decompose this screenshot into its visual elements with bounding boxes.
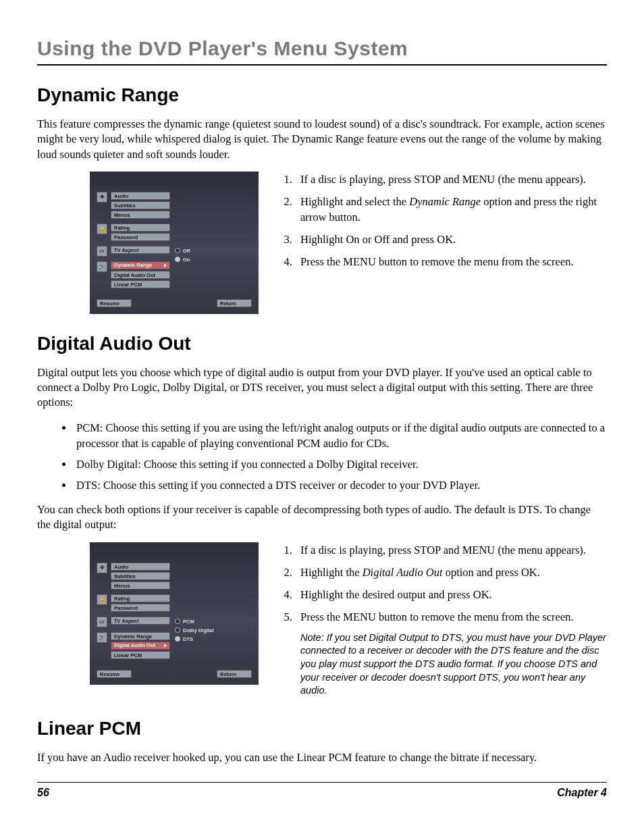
menu-item: Password bbox=[111, 604, 170, 612]
steps-dynamic-range: If a disc is playing, press STOP and MEN… bbox=[275, 172, 607, 269]
steps-digital-audio-out: If a disc is playing, press STOP and MEN… bbox=[275, 542, 607, 625]
menu-item: Digital Audio Out bbox=[111, 271, 170, 279]
step: Highlight On or Off and press OK. bbox=[295, 232, 607, 247]
running-head: Using the DVD Player's Menu System bbox=[37, 37, 607, 60]
menu-item: TV Aspect bbox=[111, 246, 170, 254]
speaker-icon: 🔈 bbox=[97, 632, 107, 643]
rule-top bbox=[37, 64, 607, 66]
after-bullets: You can check both options if your recei… bbox=[37, 502, 607, 533]
menu-item: Menus bbox=[111, 581, 170, 590]
submenu-option: PCM bbox=[183, 619, 194, 625]
step: Highlight and select the Dynamic Range o… bbox=[295, 194, 607, 225]
nav-icon: ✥ bbox=[97, 192, 107, 203]
bullet: PCM: Choose this setting if you are usin… bbox=[74, 420, 607, 451]
intro-linear-pcm: If you have an Audio receiver hooked up,… bbox=[37, 750, 607, 765]
menu-item: Password bbox=[111, 233, 170, 241]
menu-item-highlight: Dynamic Range bbox=[111, 261, 170, 269]
return-button: Return bbox=[217, 670, 252, 678]
bullet: DTS: Choose this setting if you connecte… bbox=[74, 477, 607, 493]
note-dts: Note: If you set Digital Output to DTS, … bbox=[300, 631, 607, 698]
intro-dynamic-range: This feature compresses the dynamic rang… bbox=[37, 117, 607, 162]
resume-button: Resume bbox=[97, 299, 132, 307]
lock-icon: 🔒 bbox=[97, 224, 107, 234]
nav-icon: ✥ bbox=[97, 563, 107, 573]
menu-item: Rating bbox=[111, 594, 170, 602]
step: Press the MENU button to remove the menu… bbox=[295, 254, 607, 269]
bullet: Dolby Digital: Choose this setting if yo… bbox=[74, 457, 607, 472]
page-number: 56 bbox=[37, 787, 49, 799]
figure-dynamic-range: ✥ Audio Subtitles Menus 🔒 Rating Passwor… bbox=[90, 172, 259, 314]
intro-digital-audio-out: Digital output lets you choose which typ… bbox=[37, 365, 607, 411]
menu-item: TV Aspect bbox=[111, 617, 170, 625]
menu-item: Subtitles bbox=[111, 201, 170, 209]
lock-icon: 🔒 bbox=[97, 594, 107, 605]
step: Highlight the Digital Audio Out option a… bbox=[295, 565, 607, 580]
step: If a disc is playing, press STOP and MEN… bbox=[295, 172, 607, 187]
tv-icon: ▭ bbox=[97, 246, 107, 257]
menu-item-highlight: Digital Audio Out bbox=[111, 642, 170, 650]
menu-item: Audio bbox=[111, 563, 170, 571]
chapter-label: Chapter 4 bbox=[557, 787, 607, 799]
menu-item: Linear PCM bbox=[111, 651, 170, 659]
menu-item: Linear PCM bbox=[111, 280, 170, 288]
menu-item: Dynamic Range bbox=[111, 632, 170, 640]
heading-dynamic-range: Dynamic Range bbox=[37, 84, 607, 106]
step: Highlight the desired output and press O… bbox=[295, 587, 607, 602]
resume-button: Resume bbox=[97, 670, 132, 678]
step: If a disc is playing, press STOP and MEN… bbox=[295, 542, 607, 558]
speaker-icon: 🔈 bbox=[97, 261, 107, 272]
menu-item: Subtitles bbox=[111, 572, 170, 580]
heading-linear-pcm: Linear PCM bbox=[37, 718, 607, 739]
menu-item: Audio bbox=[111, 192, 170, 200]
step: Press the MENU button to remove the menu… bbox=[295, 609, 607, 625]
submenu-option: Off bbox=[183, 248, 190, 254]
heading-digital-audio-out: Digital Audio Out bbox=[37, 333, 607, 355]
menu-item: Rating bbox=[111, 224, 170, 232]
tv-icon: ▭ bbox=[97, 617, 107, 627]
figure-digital-audio-out: ✥ Audio Subtitles Menus 🔒 Rating Passwor… bbox=[90, 542, 259, 685]
bullets-digital-audio-out: PCM: Choose this setting if you are usin… bbox=[37, 420, 607, 493]
return-button: Return bbox=[217, 299, 252, 307]
menu-item: Menus bbox=[111, 211, 170, 219]
rule-footer bbox=[37, 782, 607, 783]
